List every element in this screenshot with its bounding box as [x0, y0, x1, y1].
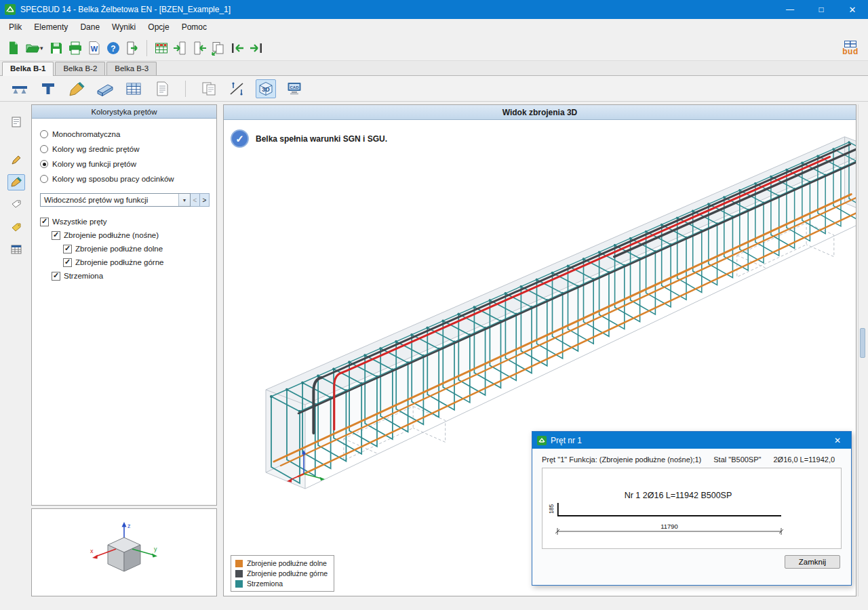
save-button[interactable]	[47, 39, 66, 58]
view-3d-button[interactable]: 3D	[256, 79, 276, 98]
tree-item-stirrups[interactable]: Strzemiona	[52, 269, 210, 283]
visibility-next-button[interactable]: >	[200, 193, 210, 207]
tab-belka-b3[interactable]: Belka B-3	[106, 62, 157, 75]
content: Kolorystyka prętów Monochromatyczna Kolo…	[0, 102, 868, 596]
legend-item-bottom: Zbrojenie podłużne dolne	[235, 559, 328, 567]
radio-circle	[40, 145, 48, 153]
new-document-icon	[6, 41, 21, 56]
cad-export-icon: CAD	[285, 81, 303, 97]
minimize-button[interactable]: —	[774, 0, 806, 19]
tree-label: Zbrojenie podłużne (nośne)	[64, 231, 159, 239]
checkbox[interactable]	[52, 231, 60, 240]
tree-label: Wszystkie pręty	[52, 218, 107, 226]
beam-scheme-icon	[11, 81, 28, 97]
results-document-icon	[10, 116, 22, 128]
bars-table-button[interactable]	[123, 79, 144, 98]
help-button[interactable]: ?	[104, 39, 123, 58]
titlebar: SPECBUD 14 - Belka Żelbetowa EN - [BZEN_…	[0, 0, 868, 19]
print-button[interactable]	[66, 39, 85, 58]
strip-marks-button[interactable]	[7, 219, 25, 235]
dialog-close-button[interactable]: ✕	[824, 432, 851, 449]
beam-scheme-button[interactable]	[9, 79, 30, 98]
visibility-dropdown[interactable]: Widoczność prętów wg funkcji ▾	[40, 193, 191, 207]
bars-table-icon	[125, 81, 142, 97]
beam-3d-model-button[interactable]	[95, 79, 115, 98]
menu-item-pomoc[interactable]: Pomoc	[176, 20, 213, 35]
main-toolbar: ▾ W ? bud	[0, 35, 868, 61]
legend-label: Zbrojenie podłużne górne	[247, 569, 328, 577]
checkbox[interactable]	[40, 218, 49, 226]
tree-item-top-bars[interactable]: Zbrojenie podłużne górne	[63, 256, 210, 269]
maximize-button[interactable]: □	[806, 0, 837, 19]
specbud-logo-grid	[844, 41, 856, 47]
strip-descriptions-button[interactable]	[7, 197, 25, 213]
menu-item-wyniki[interactable]: Wyniki	[106, 20, 142, 35]
exit-icon	[125, 41, 140, 56]
legend-item-stirrups: Strzemiona	[235, 580, 328, 588]
svg-text:185: 185	[548, 504, 555, 514]
strip-summary-button[interactable]	[7, 241, 25, 258]
tab-belka-b1[interactable]: Belka B-1	[2, 62, 54, 76]
radio-monochromatic[interactable]: Monochromatyczna	[40, 127, 210, 142]
drawing-preview-button[interactable]	[199, 79, 219, 98]
checkbox[interactable]	[63, 245, 72, 253]
legend-label: Zbrojenie podłużne dolne	[247, 559, 327, 567]
section-cut-button[interactable]	[227, 79, 248, 98]
save-icon	[49, 41, 64, 56]
close-button[interactable]: ✕	[837, 0, 868, 19]
reinforcement-colors-button[interactable]	[66, 79, 87, 98]
svg-text:z: z	[127, 523, 131, 529]
menubar: Plik Elementy Dane Wyniki Opcje Pomoc	[0, 19, 868, 35]
remove-element-button[interactable]	[190, 39, 209, 58]
scrollbar-thumb[interactable]	[860, 328, 865, 358]
exit-button[interactable]	[123, 39, 142, 58]
next-element-button[interactable]	[247, 39, 266, 58]
open-dropdown-caret[interactable]: ▾	[40, 45, 47, 52]
previous-element-button[interactable]	[228, 39, 247, 58]
strip-results-button[interactable]	[7, 114, 25, 130]
cad-export-button[interactable]: CAD	[284, 79, 304, 98]
new-document-button[interactable]	[4, 39, 23, 58]
menu-item-dane[interactable]: Dane	[74, 20, 106, 35]
radio-by-function[interactable]: Kolory wg funkcji prętów	[40, 157, 210, 171]
summary-grid-icon	[10, 243, 22, 256]
radio-circle	[40, 175, 48, 183]
specbud-logo-text: bud	[842, 47, 859, 56]
radio-by-work-mode[interactable]: Kolory wg sposobu pracy odcinków	[40, 171, 210, 186]
orientation-cube[interactable]: z y x	[83, 517, 165, 588]
open-folder-icon	[25, 41, 40, 56]
view-3d-icon: 3D	[257, 81, 275, 97]
menu-item-elementy[interactable]: Elementy	[28, 20, 74, 35]
report-button[interactable]	[152, 79, 172, 98]
checkbox[interactable]	[52, 272, 60, 281]
radio-by-diameter[interactable]: Kolory wg średnic prętów	[40, 142, 210, 157]
svg-text:x: x	[90, 548, 94, 554]
checkbox[interactable]	[63, 258, 72, 267]
export-word-button[interactable]: W	[85, 39, 104, 58]
tab-belka-b2[interactable]: Belka B-2	[55, 62, 105, 75]
vertical-scrollbar[interactable]	[858, 104, 867, 596]
open-document-button[interactable]	[23, 39, 42, 58]
view-toolbar-separator	[185, 81, 186, 97]
section-button[interactable]	[38, 79, 58, 98]
copy-element-button[interactable]	[209, 39, 228, 58]
tree-item-longitudinal[interactable]: Zbrojenie podłużne (nośne)	[52, 228, 210, 242]
tree-item-all-bars[interactable]: Wszystkie pręty	[40, 215, 210, 228]
visibility-prev-button[interactable]: <	[191, 193, 200, 207]
app-icon	[5, 4, 16, 15]
elements-list-button[interactable]	[152, 39, 171, 58]
radio-label: Monochromatyczna	[52, 130, 120, 138]
tree-item-bottom-bars[interactable]: Zbrojenie podłużne dolne	[63, 242, 210, 256]
menu-item-plik[interactable]: Plik	[3, 20, 28, 35]
bar-size-text: 2Ø16,0 L=11942,0	[773, 455, 835, 464]
help-icon: ?	[106, 41, 121, 56]
radio-circle	[40, 160, 48, 168]
menu-item-opcje[interactable]: Opcje	[142, 20, 175, 35]
strip-colors-button[interactable]	[7, 174, 25, 190]
visibility-tree: Wszystkie pręty Zbrojenie podłużne (nośn…	[40, 215, 210, 283]
insert-element-button[interactable]	[171, 39, 190, 58]
strip-edit-button[interactable]	[7, 152, 25, 168]
bar-function-text: Pręt "1" Funkcja: (Zbrojenie podłużne (n…	[542, 455, 701, 464]
panel-title: Kolorystyka prętów	[32, 105, 216, 119]
dialog-close-action-button[interactable]: Zamknij	[785, 555, 840, 569]
